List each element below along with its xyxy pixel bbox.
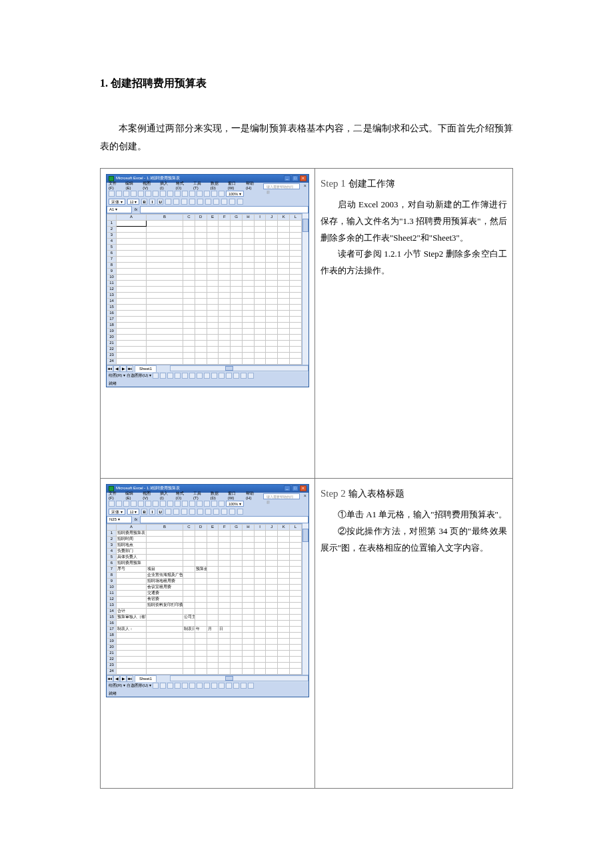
cell[interactable]: [117, 638, 147, 644]
cell[interactable]: [231, 340, 243, 346]
cell[interactable]: [278, 280, 290, 286]
cell[interactable]: [242, 250, 254, 256]
cell[interactable]: [195, 274, 207, 280]
cell[interactable]: [207, 632, 219, 638]
cell[interactable]: [254, 566, 266, 572]
cell[interactable]: [117, 250, 147, 256]
cell[interactable]: [254, 614, 266, 620]
maximize-button[interactable]: □: [292, 485, 299, 491]
cell[interactable]: [266, 298, 278, 304]
cell[interactable]: [290, 656, 302, 662]
cell[interactable]: [278, 554, 290, 560]
cell[interactable]: [195, 286, 207, 292]
toolbar-button[interactable]: [182, 191, 188, 197]
drawing-button[interactable]: [182, 373, 188, 379]
toolbar-button[interactable]: [167, 191, 173, 197]
cell[interactable]: [117, 578, 147, 584]
toolbar-button[interactable]: [131, 501, 137, 507]
row-header[interactable]: 24: [107, 668, 117, 674]
cell[interactable]: [147, 220, 183, 226]
cell[interactable]: [254, 608, 266, 614]
row-header[interactable]: 17: [107, 626, 117, 632]
cell[interactable]: [290, 232, 302, 238]
cell[interactable]: [254, 602, 266, 608]
cell[interactable]: [242, 346, 254, 352]
cell[interactable]: [266, 268, 278, 274]
cell[interactable]: [219, 226, 231, 232]
column-header[interactable]: D: [195, 214, 207, 220]
cell[interactable]: [290, 530, 302, 536]
cell[interactable]: [147, 542, 183, 548]
cell[interactable]: [278, 262, 290, 268]
cell[interactable]: [117, 322, 147, 328]
cell[interactable]: [290, 650, 302, 656]
cell[interactable]: [147, 656, 183, 662]
row-header[interactable]: 4: [107, 238, 117, 244]
cell[interactable]: [266, 668, 278, 674]
cell[interactable]: [242, 626, 254, 632]
cell[interactable]: [278, 626, 290, 632]
cell[interactable]: [207, 358, 219, 364]
cell[interactable]: 招聘时间: [117, 536, 147, 542]
cell[interactable]: [147, 316, 183, 322]
cell[interactable]: [254, 596, 266, 602]
cell[interactable]: [290, 244, 302, 250]
cell[interactable]: [207, 662, 219, 668]
cell[interactable]: 招聘地点: [117, 542, 147, 548]
cell[interactable]: [231, 250, 243, 256]
sheet-tab[interactable]: Sheet1: [135, 675, 157, 682]
cell[interactable]: [117, 620, 147, 626]
cell[interactable]: [219, 548, 231, 554]
cell[interactable]: [254, 244, 266, 250]
cell[interactable]: [231, 662, 243, 668]
cell[interactable]: [278, 244, 290, 250]
cell[interactable]: 预算审核人（签字）：: [117, 614, 147, 620]
format-button[interactable]: [181, 509, 187, 515]
column-header[interactable]: K: [278, 524, 290, 530]
cell[interactable]: [254, 590, 266, 596]
cell[interactable]: [183, 262, 195, 268]
toolbar-button[interactable]: [197, 501, 203, 507]
menu-item[interactable]: 插入(I): [160, 181, 172, 190]
cell[interactable]: [231, 620, 243, 626]
cell[interactable]: [147, 358, 183, 364]
cell[interactable]: [219, 316, 231, 322]
cell[interactable]: [183, 632, 195, 638]
cell[interactable]: [147, 274, 183, 280]
cell[interactable]: [242, 358, 254, 364]
cell[interactable]: [254, 340, 266, 346]
format-button[interactable]: I: [149, 509, 155, 515]
cell[interactable]: 企业宣传海报及广告制作费: [147, 572, 183, 578]
cell[interactable]: [147, 632, 183, 638]
vertical-scrollbar[interactable]: [302, 213, 308, 365]
cell[interactable]: [278, 304, 290, 310]
cell[interactable]: [242, 530, 254, 536]
cell[interactable]: [183, 566, 195, 572]
zoom-combo[interactable]: 100% ▾: [226, 501, 244, 507]
drawing-button[interactable]: [175, 683, 181, 689]
cell[interactable]: [117, 226, 147, 232]
cell[interactable]: [266, 542, 278, 548]
drawing-button[interactable]: [219, 373, 225, 379]
cell[interactable]: [195, 584, 207, 590]
format-button[interactable]: [237, 199, 243, 205]
cell[interactable]: [278, 530, 290, 536]
cell[interactable]: [147, 554, 183, 560]
cell[interactable]: [231, 352, 243, 358]
cell[interactable]: [195, 644, 207, 650]
cell[interactable]: [231, 632, 243, 638]
cell[interactable]: [290, 274, 302, 280]
cell[interactable]: [254, 620, 266, 626]
column-header[interactable]: F: [219, 214, 231, 220]
menu-item[interactable]: 工具(T): [193, 491, 206, 500]
column-header[interactable]: F: [219, 524, 231, 530]
cell[interactable]: [195, 358, 207, 364]
cell[interactable]: [117, 340, 147, 346]
row-header[interactable]: 4: [107, 548, 117, 554]
cell[interactable]: [219, 590, 231, 596]
cell[interactable]: [266, 328, 278, 334]
cell[interactable]: [231, 328, 243, 334]
tab-nav-first[interactable]: ⏮: [107, 365, 113, 372]
cell[interactable]: [266, 352, 278, 358]
cell[interactable]: [183, 542, 195, 548]
